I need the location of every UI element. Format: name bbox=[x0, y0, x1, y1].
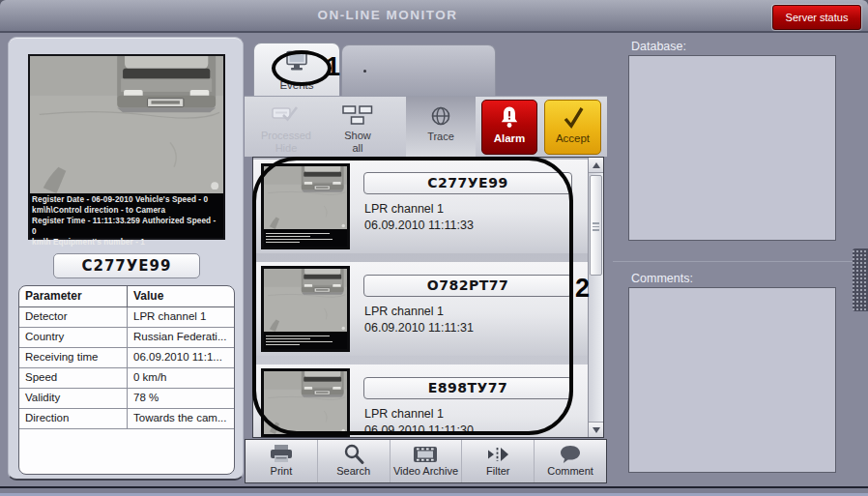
accept-button[interactable]: Accept bbox=[544, 100, 601, 155]
table-row: Country Russian Federati... bbox=[19, 328, 234, 348]
traffic-camera-photo bbox=[30, 56, 223, 193]
arrow-down-icon bbox=[593, 427, 600, 433]
scrollbar-thumb[interactable] bbox=[590, 175, 602, 276]
event-item[interactable]: Е898ТУ77 LPR channel 1 06.09.2010 11:11:… bbox=[253, 365, 588, 437]
comment-button[interactable]: Comment bbox=[535, 440, 606, 482]
event-time: 06.09.2010 11:11:30 bbox=[364, 423, 474, 437]
show-all-button[interactable]: Show all bbox=[323, 101, 392, 157]
search-button[interactable]: Search bbox=[318, 440, 391, 482]
header-parameter: Parameter bbox=[19, 286, 128, 306]
event-time: 06.09.2010 11:11:33 bbox=[364, 219, 474, 232]
title-bar: ON-LINE MONITOR Server status bbox=[0, 0, 868, 33]
events-list-items: С277УЕ99 LPR channel 1 06.09.2010 11:11:… bbox=[253, 158, 588, 437]
photo-metadata-overlay: Register Date - 06-09-2010 Vehicle's Spe… bbox=[30, 193, 223, 238]
event-channel: LPR channel 1 bbox=[364, 407, 444, 421]
thumbnail-overlay bbox=[264, 434, 347, 437]
tab-secondary-dot bbox=[363, 70, 366, 73]
event-plate: Е898ТУ77 bbox=[363, 377, 572, 399]
event-channel: LPR channel 1 bbox=[364, 305, 444, 318]
database-list[interactable] bbox=[628, 55, 836, 241]
vehicle-photo-frame: Register Date - 06-09-2010 Vehicle's Spe… bbox=[28, 54, 225, 240]
arrow-up-icon bbox=[593, 162, 600, 168]
print-button[interactable]: Print bbox=[246, 440, 318, 482]
filter-button[interactable]: Filter bbox=[462, 440, 535, 482]
event-thumbnail bbox=[261, 266, 350, 352]
event-plate: О782РТ77 bbox=[363, 275, 572, 297]
vehicle-photo bbox=[30, 56, 223, 193]
parameter-table: Parameter Value Detector LPR channel 1 C… bbox=[18, 285, 235, 475]
alarm-button[interactable]: Alarm bbox=[481, 100, 537, 155]
event-thumbnail bbox=[261, 368, 350, 437]
search-icon bbox=[342, 443, 365, 465]
show-all-icon bbox=[341, 101, 374, 130]
alarm-bell-icon bbox=[499, 103, 520, 132]
comment-bubble-icon bbox=[559, 443, 582, 465]
table-row: Validity 78 % bbox=[19, 389, 234, 409]
traffic-camera-photo bbox=[264, 269, 347, 332]
scrollbar-grip-icon bbox=[593, 222, 599, 233]
actions-toolbar: Print Search Video Archive bbox=[245, 439, 607, 483]
table-empty-area bbox=[19, 429, 234, 474]
events-toolbar: Processed Hide Show all Trace bbox=[245, 96, 607, 157]
processed-hide-button[interactable]: Processed Hide bbox=[249, 101, 323, 157]
event-time: 06.09.2010 11:11:31 bbox=[364, 321, 474, 335]
table-header-row: Parameter Value bbox=[19, 286, 234, 307]
event-plate: С277УЕ99 bbox=[363, 172, 572, 194]
event-thumbnail bbox=[261, 163, 350, 249]
events-list: С277УЕ99 LPR channel 1 06.09.2010 11:11:… bbox=[252, 157, 604, 438]
tab-secondary[interactable] bbox=[341, 44, 496, 96]
table-row: Speed 0 km/h bbox=[19, 368, 234, 389]
database-label: Database: bbox=[631, 40, 686, 53]
event-channel: LPR channel 1 bbox=[364, 202, 444, 216]
server-status-button[interactable]: Server status bbox=[772, 5, 861, 30]
trace-button[interactable]: Trace bbox=[406, 97, 476, 158]
online-monitor-window: ON-LINE MONITOR Server status Register D… bbox=[0, 0, 868, 496]
thumbnail-overlay bbox=[264, 229, 347, 247]
events-scrollbar[interactable] bbox=[588, 158, 603, 437]
window-bottom-edge bbox=[0, 486, 868, 496]
tab-events-label: Events bbox=[254, 79, 339, 91]
filmstrip-icon bbox=[413, 443, 438, 465]
right-panel-divider bbox=[613, 261, 855, 262]
recognition-detail-panel: Register Date - 06-09-2010 Vehicle's Spe… bbox=[8, 37, 244, 481]
video-archive-button[interactable]: Video Archive bbox=[391, 440, 463, 482]
scroll-down-button[interactable] bbox=[589, 422, 603, 437]
table-row: Receiving time 06.09.2010 11:1... bbox=[19, 348, 234, 368]
traffic-camera-photo bbox=[264, 166, 347, 229]
scroll-up-button[interactable] bbox=[589, 158, 603, 173]
header-value: Value bbox=[128, 286, 234, 306]
printer-icon bbox=[269, 443, 294, 465]
recognized-plate-value: С277УЕ99 bbox=[53, 253, 200, 278]
traffic-camera-photo bbox=[264, 371, 347, 434]
table-row: Detector LPR channel 1 bbox=[19, 307, 234, 328]
panel-collapse-handle[interactable] bbox=[853, 248, 868, 311]
thumbnail-overlay bbox=[264, 332, 347, 349]
comments-label: Comments: bbox=[631, 272, 693, 285]
event-item[interactable]: О782РТ77 LPR channel 1 06.09.2010 11:11:… bbox=[253, 262, 588, 356]
event-item[interactable]: С277УЕ99 LPR channel 1 06.09.2010 11:11:… bbox=[253, 160, 588, 253]
table-row: Direction Towards the cam... bbox=[19, 409, 234, 429]
accept-check-icon bbox=[561, 103, 586, 132]
filter-icon bbox=[485, 443, 510, 465]
comments-box[interactable] bbox=[628, 287, 836, 473]
processed-check-icon bbox=[271, 101, 302, 130]
monitor-icon bbox=[284, 50, 309, 77]
window-title: ON-LINE MONITOR bbox=[0, 0, 775, 31]
tab-events[interactable]: Events bbox=[253, 43, 340, 96]
trace-globe-icon bbox=[429, 102, 452, 131]
